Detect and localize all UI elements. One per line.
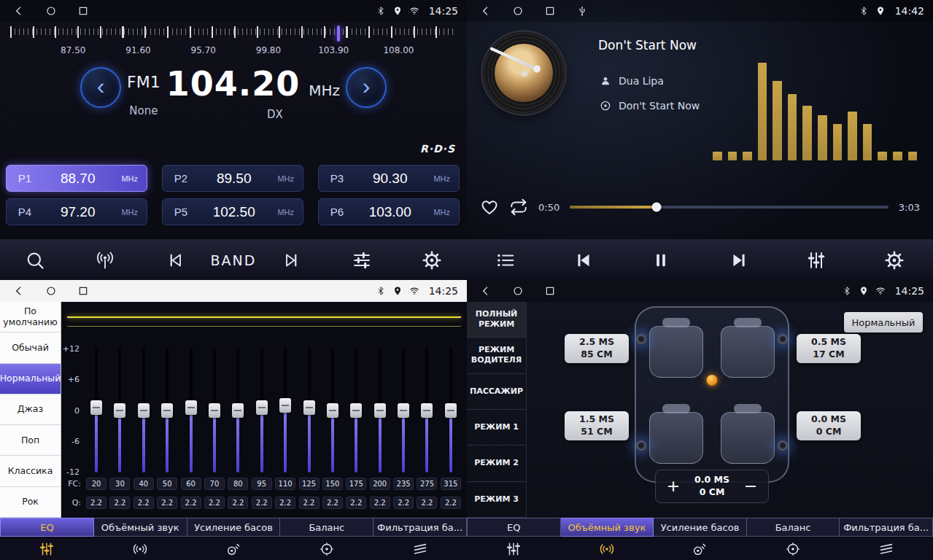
back-icon[interactable]	[13, 285, 25, 297]
eq-band-slider[interactable]	[299, 349, 320, 472]
tab-balance[interactable]: Баланс	[280, 518, 373, 537]
slider-handle[interactable]	[232, 403, 244, 418]
progress-thumb[interactable]	[652, 203, 662, 212]
eq-band-slider[interactable]	[252, 349, 272, 472]
favorite-icon[interactable]	[480, 198, 499, 217]
tab-eq-sliders-cell[interactable]	[467, 537, 560, 560]
decrease-delay-button[interactable]: −	[742, 478, 759, 494]
eq-band-slider[interactable]	[157, 349, 177, 472]
preset-button-p4[interactable]: P497.20MHz	[6, 198, 147, 225]
sound-mode-item[interactable]: РЕЖИМ ВОДИТЕЛЯ	[467, 338, 526, 373]
recents-icon[interactable]	[77, 5, 89, 17]
band-button[interactable]: BAND	[211, 252, 257, 268]
eq-preset-item[interactable]: Поп	[0, 425, 61, 456]
slider-handle[interactable]	[421, 403, 433, 418]
next-icon[interactable]	[282, 250, 302, 271]
eq-band-slider[interactable]	[181, 349, 201, 472]
slider-handle[interactable]	[138, 403, 150, 418]
listening-position-marker[interactable]	[707, 375, 718, 386]
slider-handle[interactable]	[374, 403, 386, 418]
preset-button-p2[interactable]: P289.50MHz	[162, 165, 303, 192]
eq-preset-item[interactable]: Рок	[0, 487, 61, 518]
tab-filter-cell[interactable]	[373, 537, 467, 560]
home-icon[interactable]	[45, 285, 57, 297]
eq-band-slider[interactable]	[228, 349, 248, 472]
front-right-delay-button[interactable]: 0.5 MS 17 CM	[797, 334, 861, 363]
gear-icon[interactable]	[884, 250, 905, 271]
eq-band-slider[interactable]	[346, 349, 366, 472]
tab-surround-sound-cell[interactable]	[560, 537, 654, 560]
tab-surround-sound-cell[interactable]	[93, 537, 187, 560]
skip-fwd-icon[interactable]	[729, 250, 749, 271]
slider-handle[interactable]	[279, 398, 291, 413]
eq-band-slider[interactable]	[204, 349, 225, 472]
preset-button-p6[interactable]: P6103.00MHz	[318, 198, 460, 225]
slider-handle[interactable]	[303, 400, 315, 415]
playlist-icon[interactable]	[495, 250, 516, 271]
sound-preset-button[interactable]: Нормальный	[844, 312, 923, 332]
tab-bass-boost[interactable]: Усиление басов	[187, 518, 281, 537]
preset-button-p3[interactable]: P390.30MHz	[318, 165, 460, 192]
recents-icon[interactable]	[544, 5, 556, 17]
rear-right-delay-button[interactable]: 0.0 MS 0 CM	[797, 411, 861, 440]
slider-handle[interactable]	[445, 403, 457, 418]
tab-eq-sliders[interactable]: EQ	[0, 518, 94, 537]
eq-preset-item[interactable]: Обычай	[0, 332, 61, 363]
recents-icon[interactable]	[77, 285, 89, 297]
tune-down-button[interactable]: ‹	[80, 67, 121, 108]
sound-mode-item[interactable]: РЕЖИМ 1	[467, 410, 526, 446]
sound-mode-item[interactable]: РЕЖИМ 3	[467, 482, 526, 518]
increase-delay-button[interactable]: +	[665, 478, 682, 494]
usb-icon[interactable]	[576, 5, 588, 17]
rear-left-delay-button[interactable]: 1.5 MS 51 CM	[565, 411, 629, 440]
repeat-icon[interactable]	[509, 198, 528, 217]
preset-button-p1[interactable]: P188.70MHz	[6, 165, 147, 192]
eq-band-slider[interactable]	[275, 349, 295, 472]
tab-balance[interactable]: Баланс	[747, 518, 840, 537]
back-icon[interactable]	[13, 5, 25, 17]
eq-band-slider[interactable]	[322, 349, 343, 472]
eq-preset-item[interactable]: Классика	[0, 456, 61, 486]
home-icon[interactable]	[512, 5, 524, 17]
tab-filter[interactable]: Фильтрация ба...	[373, 518, 467, 537]
eq-band-slider[interactable]	[417, 349, 437, 472]
slider-handle[interactable]	[185, 400, 197, 415]
slider-handle[interactable]	[209, 403, 220, 418]
skip-back-icon[interactable]	[573, 250, 594, 271]
sound-mode-item[interactable]: РЕЖИМ 2	[467, 446, 526, 481]
tab-surround-sound[interactable]: Объёмный звук	[94, 518, 187, 537]
sound-mode-item[interactable]: ПАССАЖИР	[467, 374, 526, 410]
pause-icon[interactable]	[651, 250, 671, 271]
preset-button-p5[interactable]: P5102.50MHz	[162, 198, 303, 225]
tab-balance-cell[interactable]	[280, 537, 373, 560]
recents-icon[interactable]	[544, 285, 556, 297]
back-icon[interactable]	[480, 5, 492, 17]
home-icon[interactable]	[45, 5, 57, 17]
mixer-icon[interactable]	[806, 250, 826, 271]
slider-handle[interactable]	[256, 400, 268, 415]
slider-handle[interactable]	[327, 403, 338, 418]
gear-icon[interactable]	[422, 250, 442, 271]
eq-band-slider[interactable]	[109, 349, 130, 472]
slider-handle[interactable]	[114, 403, 125, 418]
broadcast-icon[interactable]	[95, 250, 115, 271]
album-art[interactable]	[483, 32, 565, 114]
eq-band-slider[interactable]	[86, 349, 107, 472]
tab-balance-cell[interactable]	[746, 537, 840, 560]
slider-handle[interactable]	[90, 400, 102, 415]
eq-preset-item[interactable]: По умолчанию	[0, 302, 61, 332]
progress-bar[interactable]	[570, 206, 889, 209]
tab-eq-sliders-cell[interactable]	[0, 537, 93, 560]
eq-band-slider[interactable]	[133, 349, 154, 472]
tab-bass-boost-cell[interactable]	[654, 537, 747, 560]
tab-filter[interactable]: Фильтрация ба...	[840, 518, 933, 537]
eq-band-slider[interactable]	[441, 349, 461, 472]
tune-icon[interactable]	[352, 250, 372, 271]
slider-handle[interactable]	[161, 403, 173, 418]
scan-icon[interactable]	[25, 250, 45, 271]
tab-bass-boost-cell[interactable]	[187, 537, 280, 560]
back-icon[interactable]	[480, 285, 492, 297]
prev-icon[interactable]	[165, 250, 185, 271]
eq-band-slider[interactable]	[393, 349, 414, 472]
home-icon[interactable]	[512, 285, 524, 297]
